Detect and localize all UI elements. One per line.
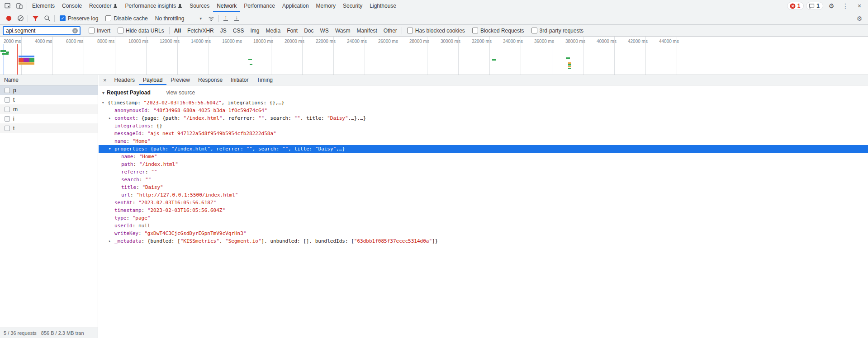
settings-gear-icon[interactable]: ⚙ [825,0,837,11]
payload-tree-row[interactable]: ▾properties: {path: "/index.html", refer… [99,145,868,153]
filter-type-js[interactable]: JS [220,28,227,34]
error-count-badge[interactable]: 1 [787,2,804,10]
search-icon[interactable] [41,13,53,24]
json-key: sentAt [114,199,133,207]
hide-data-urls-checkbox[interactable]: Hide data URLs [118,28,164,34]
device-toolbar-icon[interactable] [14,0,25,11]
expander-closed-icon[interactable]: ▸ [109,114,114,122]
filter-type-doc[interactable]: Doc [304,28,313,34]
payload-tree-row[interactable]: ▸_metadata: {bundled: ["KISSmetrics", "S… [99,237,868,245]
detail-tab-timing[interactable]: Timing [252,75,277,85]
close-devtools-icon[interactable]: × [854,0,865,11]
payload-tree-row[interactable]: path: "/index.html" [99,160,868,168]
tab-security[interactable]: Security [339,0,366,12]
payload-tree-row[interactable]: anonymousId: "48f34968-680a-4025-b3da-1f… [99,107,868,114]
checkbox-unchecked-icon [407,28,413,33]
payload-tree-row[interactable]: timestamp: "2023-02-03T16:05:56.604Z" [99,207,868,214]
payload-tree-row[interactable]: search: "" [99,176,868,183]
filter-input[interactable]: api.segment × [3,26,81,35]
timeline-gridline [583,37,583,75]
clear-filter-icon[interactable]: × [72,28,78,33]
inspect-element-icon[interactable] [2,0,14,11]
json-string-value: "/index.html" [171,145,210,153]
tab-application[interactable]: Application [279,0,313,12]
tab-performance-insights[interactable]: Performance insights [121,0,186,12]
payload-tree-row[interactable]: ▾{timestamp: "2023-02-03T16:05:56.604Z",… [99,99,868,107]
third-party-requests-checkbox[interactable]: 3rd-party requests [531,28,583,34]
preview-feature-icon [113,4,118,8]
clear-network-log-button[interactable] [14,13,26,24]
payload-tree-row[interactable]: sentAt: "2023-02-03T16:05:56.618Z" [99,199,868,207]
expander-closed-icon[interactable]: ▸ [109,237,114,245]
payload-tree-row[interactable]: name: "Home" [99,153,868,160]
json-key: url [121,191,130,199]
filter-type-css[interactable]: CSS [233,28,244,34]
tab-memory[interactable]: Memory [313,0,339,12]
filter-type-wasm[interactable]: Wasm [335,28,351,34]
expander-open-icon[interactable]: ▾ [102,99,108,107]
blocked-requests-checkbox[interactable]: Blocked Requests [472,28,524,34]
import-har-icon[interactable]: ↑ [220,13,231,24]
detail-tab-initiator[interactable]: Initiator [227,75,252,85]
tab-recorder[interactable]: Recorder [85,0,121,12]
filter-type-manifest[interactable]: Manifest [356,28,377,34]
tab-lighthouse[interactable]: Lighthouse [366,0,400,12]
filter-type-media[interactable]: Media [266,28,280,34]
tab-network[interactable]: Network [213,0,240,12]
disclosure-open-icon[interactable]: ▾ [102,90,104,95]
detail-tab-preview[interactable]: Preview [166,75,194,85]
filter-funnel-icon[interactable] [29,13,41,24]
filter-type-ws[interactable]: WS [320,28,329,34]
payload-tree-row[interactable]: title: "Daisy" [99,183,868,191]
filter-type-img[interactable]: Img [250,28,259,34]
disable-cache-label: Disable cache [114,15,147,22]
disable-cache-checkbox[interactable]: Disable cache [105,15,147,22]
tab-console[interactable]: Console [58,0,85,12]
network-conditions-icon[interactable] [205,13,217,24]
throttling-select[interactable]: No throttling ▾ [155,15,202,22]
payload-tree-row[interactable]: integrations: {} [99,122,868,130]
invert-checkbox[interactable]: Invert [89,28,110,34]
message-bubble-icon [809,3,815,9]
filter-type-fetch-xhr[interactable]: Fetch/XHR [187,28,214,34]
payload-tree-row[interactable]: type: "page" [99,214,868,222]
tab-elements[interactable]: Elements [28,0,58,12]
tab-sources[interactable]: Sources [186,0,213,12]
request-payload-section-header[interactable]: ▾ Request Payload view source [99,88,868,99]
request-row[interactable]: t [0,123,98,133]
payload-tree-row[interactable]: ▸context: {page: {path: "/index.html", r… [99,114,868,122]
payload-tree-row[interactable]: userId: null [99,222,868,230]
payload-tree-row[interactable]: url: "http://127.0.0.1:5500/index.html" [99,191,868,199]
divider [28,15,28,22]
filter-type-font[interactable]: Font [287,28,298,34]
payload-tree-row[interactable]: referrer: "" [99,168,868,176]
payload-tree-row[interactable]: messageId: "ajs-next-947122a5d8f9549b595… [99,130,868,137]
arrow-up-icon: ↑ [224,15,227,20]
has-blocked-cookies-checkbox[interactable]: Has blocked cookies [407,28,465,34]
network-overview-timeline[interactable]: 2000 ms4000 ms6000 ms8000 ms10000 ms1200… [0,37,868,75]
network-settings-gear-icon[interactable]: ⚙ [854,13,865,24]
filter-type-other[interactable]: Other [384,28,397,34]
json-punctuation: : {} [150,122,162,130]
record-network-log-button[interactable] [3,13,14,24]
request-row[interactable]: i [0,114,98,123]
detail-tab-payload[interactable]: Payload [139,75,166,85]
detail-tab-headers[interactable]: Headers [110,75,139,85]
export-har-icon[interactable]: ↓ [231,13,242,24]
expander-open-icon[interactable]: ▾ [109,145,114,153]
payload-tree-row[interactable]: writeKey: "gxDwT4C3CjcGsdDyrEGpnTmV9cVqr… [99,230,868,237]
waterfall-activity-mark [248,59,252,60]
close-detail-icon[interactable]: × [99,77,110,84]
request-row[interactable]: m [0,104,98,114]
view-source-link[interactable]: view source [166,89,195,96]
kebab-menu-icon[interactable]: ⋮ [840,0,851,11]
request-row[interactable]: p [0,85,98,95]
detail-tab-response[interactable]: Response [194,75,227,85]
filter-type-all[interactable]: All [174,28,181,34]
request-row[interactable]: t [0,95,98,104]
preserve-log-checkbox[interactable]: ✓ Preserve log [60,15,98,22]
payload-tree-row[interactable]: name: "Home" [99,137,868,145]
name-column-header[interactable]: Name [0,75,98,85]
issues-count-badge[interactable]: 1 [806,2,823,10]
tab-performance[interactable]: Performance [240,0,279,12]
